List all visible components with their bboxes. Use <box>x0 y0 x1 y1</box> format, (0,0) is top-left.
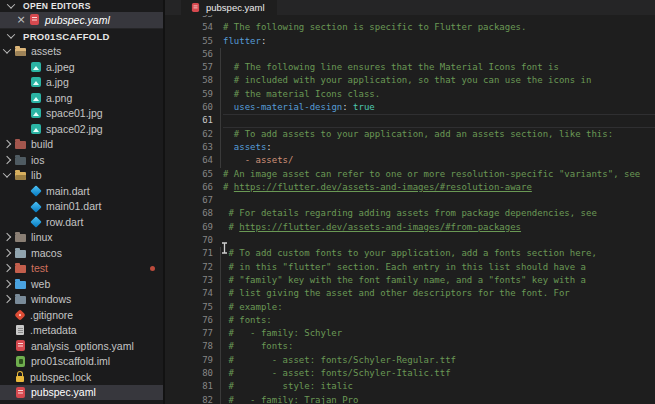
line-content: # - asset: fonts/Schyler-Italic.ttf <box>223 367 655 380</box>
tree-item-lib[interactable]: lib <box>0 168 163 184</box>
close-icon[interactable]: × <box>16 15 26 25</box>
line-number: 55 <box>165 35 223 48</box>
code-token-str: - assets/ <box>245 155 294 165</box>
tree-item-row-dart[interactable]: row.dart <box>0 214 163 230</box>
tree-item-test[interactable]: test <box>0 261 163 277</box>
code-line-57[interactable]: 57 # The following line ensures that the… <box>165 61 655 74</box>
code-line-81[interactable]: 81 # style: italic <box>165 380 655 393</box>
tree-item-space02-jpg[interactable]: space02.jpg <box>0 121 163 137</box>
code-line-59[interactable]: 59 # the material Icons class. <box>165 88 655 101</box>
code-line-68[interactable]: 68 # For details regarding adding assets… <box>165 207 655 220</box>
code-line-80[interactable]: 80 # - asset: fonts/Schyler-Italic.ttf <box>165 367 655 380</box>
line-number: 79 <box>165 354 223 367</box>
tree-item-assets[interactable]: assets <box>0 44 163 60</box>
code-token-key: flutter <box>223 36 261 46</box>
editor-group: pubspec.yaml 5354# The following section… <box>165 0 655 404</box>
tree-item-main01-dart[interactable]: main01.dart <box>0 199 163 215</box>
open-editor-label: pubspec.yaml <box>45 14 110 26</box>
line-content: # - family: Schyler <box>223 327 655 340</box>
code-line-69[interactable]: 69 # https://flutter.dev/assets-and-imag… <box>165 221 655 234</box>
tree-item-pubspec-lock[interactable]: pubspec.lock <box>0 369 163 385</box>
line-content: # "family" key with the font family name… <box>223 274 655 287</box>
code-line-58[interactable]: 58 # included with your application, so … <box>165 74 655 87</box>
tree-item-linux[interactable]: linux <box>0 230 163 246</box>
code-lines: 5354# The following section is specific … <box>165 15 655 404</box>
code-token-comment: # the material Icons class. <box>223 89 380 99</box>
tree-item-a-png[interactable]: a.png <box>0 90 163 106</box>
code-token-bool: true <box>353 102 375 112</box>
code-line-79[interactable]: 79 # - asset: fonts/Schyler-Regular.ttf <box>165 354 655 367</box>
explorer-sidebar: OPEN EDITORS ×pubspec.yaml PRO01SCAFFOLD… <box>0 0 165 404</box>
open-editor-item-pubspec-yaml[interactable]: ×pubspec.yaml <box>0 12 163 28</box>
folder-icon <box>15 141 26 149</box>
line-content: # included with your application, so tha… <box>223 74 655 87</box>
code-line-55[interactable]: 55flutter: <box>165 35 655 48</box>
tree-item-a-jpeg[interactable]: a.jpeg <box>0 59 163 75</box>
code-line-76[interactable]: 76 # fonts: <box>165 314 655 327</box>
code-line-78[interactable]: 78 # fonts: <box>165 340 655 353</box>
line-number: 82 <box>165 394 223 404</box>
code-line-72[interactable]: 72 # in this "flutter" section. Each ent… <box>165 261 655 274</box>
tree-item-pubspec-yaml[interactable]: pubspec.yaml <box>0 385 163 401</box>
line-content: # https://flutter.dev/assets-and-images/… <box>223 181 655 194</box>
tree-item-gitignore[interactable]: .gitignore <box>0 307 163 323</box>
line-number: 60 <box>165 101 223 114</box>
line-content: # style: italic <box>223 380 655 393</box>
code-line-66[interactable]: 66# https://flutter.dev/assets-and-image… <box>165 181 655 194</box>
code-token-comment: # style: italic <box>223 381 353 391</box>
code-line-63[interactable]: 63 assets: <box>165 141 655 154</box>
line-number: 70 <box>165 234 223 247</box>
tree-item-pro01scaffold-iml[interactable]: pro01scaffold.iml <box>0 354 163 370</box>
code-line-82[interactable]: 82 # - family: Trajan Pro <box>165 394 655 404</box>
line-content: # - asset: fonts/Schyler-Regular.ttf <box>223 354 655 367</box>
line-number: 72 <box>165 261 223 274</box>
tree-item-label: main.dart <box>46 185 90 197</box>
project-header[interactable]: PRO01SCAFFOLD <box>0 28 163 44</box>
chevron-right-icon <box>3 280 11 288</box>
tree-item-analysis-options-yaml[interactable]: analysis_options.yaml <box>0 338 163 354</box>
code-token-comment: # To add assets to your application, add… <box>223 129 613 139</box>
line-content: # in this "flutter" section. Each entry … <box>223 261 655 274</box>
code-line-60[interactable]: 60 uses-material-design: true <box>165 101 655 114</box>
code-line-77[interactable]: 77 # - family: Schyler <box>165 327 655 340</box>
code-token-punct <box>223 142 234 152</box>
code-line-61[interactable]: 61 <box>165 114 655 127</box>
code-line-54[interactable]: 54# The following section is specific to… <box>165 21 655 34</box>
project-title: PRO01SCAFFOLD <box>23 31 110 42</box>
code-line-62[interactable]: 62 # To add assets to your application, … <box>165 128 655 141</box>
tree-item-ios[interactable]: ios <box>0 152 163 168</box>
line-content <box>223 234 655 247</box>
tree-item-label: pubspec.lock <box>30 371 91 383</box>
tree-item-windows[interactable]: windows <box>0 292 163 308</box>
line-number: 78 <box>165 340 223 353</box>
tree-item-space01-jpg[interactable]: space01.jpg <box>0 106 163 122</box>
code-line-56[interactable]: 56 <box>165 48 655 61</box>
code-line-74[interactable]: 74 # list giving the asset and other des… <box>165 287 655 300</box>
tree-item-a-jpg[interactable]: a.jpg <box>0 75 163 91</box>
tree-item-metadata[interactable]: .metadata <box>0 323 163 339</box>
code-editor[interactable]: 5354# The following section is specific … <box>165 15 655 404</box>
open-editors-header[interactable]: OPEN EDITORS <box>0 0 163 12</box>
line-content: # list giving the asset and other descri… <box>223 287 655 300</box>
yaml-icon <box>16 387 25 398</box>
code-line-64[interactable]: 64 - assets/ <box>165 154 655 167</box>
tree-item-main-dart[interactable]: main.dart <box>0 183 163 199</box>
code-line-65[interactable]: 65# An image asset can refer to one or m… <box>165 168 655 181</box>
image-icon <box>31 108 41 118</box>
tree-item-label: build <box>31 138 53 150</box>
code-line-70[interactable]: 70 <box>165 234 655 247</box>
line-number: 61 <box>165 114 223 127</box>
code-line-67[interactable]: 67 <box>165 194 655 207</box>
line-number: 74 <box>165 287 223 300</box>
tree-item-macos[interactable]: macos <box>0 245 163 261</box>
code-line-71[interactable]: 71 # To add custom fonts to your applica… <box>165 247 655 260</box>
line-number: 67 <box>165 194 223 207</box>
tab-pubspec-yaml[interactable]: pubspec.yaml <box>181 0 277 15</box>
yaml-icon <box>16 340 25 351</box>
tree-item-build[interactable]: build <box>0 137 163 153</box>
chevron-right-icon <box>3 156 11 164</box>
code-line-75[interactable]: 75 # example: <box>165 301 655 314</box>
iml-icon <box>16 356 25 367</box>
code-line-73[interactable]: 73 # "family" key with the font family n… <box>165 274 655 287</box>
tree-item-web[interactable]: web <box>0 276 163 292</box>
